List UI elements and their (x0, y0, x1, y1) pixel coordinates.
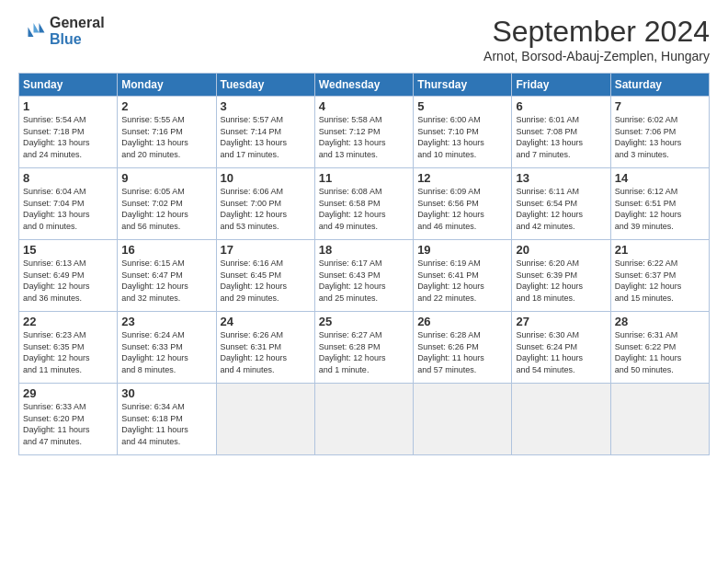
day-number: 16 (121, 243, 211, 257)
day-number: 25 (319, 315, 409, 328)
day-number: 9 (121, 171, 211, 185)
calendar-cell: 2Sunrise: 5:55 AMSunset: 7:16 PMDaylight… (118, 97, 216, 168)
day-number: 6 (516, 99, 606, 113)
cell-info: Sunrise: 6:04 AMSunset: 7:04 PMDaylight:… (23, 186, 113, 232)
day-header: Friday (512, 74, 610, 97)
day-header: Monday (118, 74, 216, 97)
calendar-cell: 24Sunrise: 6:26 AMSunset: 6:31 PMDayligh… (216, 312, 314, 384)
calendar-cell: 1Sunrise: 5:54 AMSunset: 7:18 PMDaylight… (19, 97, 118, 168)
cell-info: Sunrise: 5:54 AMSunset: 7:18 PMDaylight:… (23, 114, 113, 160)
calendar-cell: 22Sunrise: 6:23 AMSunset: 6:35 PMDayligh… (19, 312, 118, 384)
calendar-cell: 26Sunrise: 6:28 AMSunset: 6:26 PMDayligh… (414, 312, 512, 384)
cell-info: Sunrise: 6:22 AMSunset: 6:37 PMDaylight:… (615, 258, 705, 304)
calendar-cell: 9Sunrise: 6:05 AMSunset: 7:02 PMDaylight… (118, 168, 216, 240)
calendar-cell: 4Sunrise: 5:58 AMSunset: 7:12 PMDaylight… (314, 97, 413, 168)
logo-text: General Blue (50, 15, 105, 48)
day-number: 11 (319, 171, 409, 185)
cell-info: Sunrise: 6:20 AMSunset: 6:39 PMDaylight:… (516, 258, 606, 304)
day-number: 15 (23, 243, 113, 257)
calendar-cell: 29Sunrise: 6:33 AMSunset: 6:20 PMDayligh… (19, 384, 118, 455)
cell-info: Sunrise: 6:16 AMSunset: 6:45 PMDaylight:… (221, 258, 311, 304)
calendar-cell: 25Sunrise: 6:27 AMSunset: 6:28 PMDayligh… (314, 312, 413, 384)
day-number: 5 (417, 99, 507, 113)
cell-info: Sunrise: 6:33 AMSunset: 6:20 PMDaylight:… (23, 401, 113, 447)
calendar-cell (610, 384, 709, 455)
cell-info: Sunrise: 6:34 AMSunset: 6:18 PMDaylight:… (121, 401, 211, 447)
calendar-table: SundayMondayTuesdayWednesdayThursdayFrid… (18, 73, 710, 455)
calendar-cell: 23Sunrise: 6:24 AMSunset: 6:33 PMDayligh… (118, 312, 216, 384)
day-header: Tuesday (216, 74, 314, 97)
day-number: 19 (417, 243, 507, 257)
day-number: 28 (615, 315, 705, 328)
day-number: 7 (615, 99, 705, 113)
cell-info: Sunrise: 6:28 AMSunset: 6:26 PMDaylight:… (417, 329, 507, 375)
header: General Blue September 2024 Arnot, Borso… (18, 15, 710, 63)
day-number: 24 (221, 315, 311, 328)
calendar-cell (314, 384, 413, 455)
cell-info: Sunrise: 6:26 AMSunset: 6:31 PMDaylight:… (221, 329, 311, 375)
cell-info: Sunrise: 5:57 AMSunset: 7:14 PMDaylight:… (221, 114, 311, 160)
calendar-cell: 16Sunrise: 6:15 AMSunset: 6:47 PMDayligh… (118, 240, 216, 312)
cell-info: Sunrise: 6:11 AMSunset: 6:54 PMDaylight:… (516, 186, 606, 232)
day-number: 8 (23, 171, 113, 185)
calendar-cell: 17Sunrise: 6:16 AMSunset: 6:45 PMDayligh… (216, 240, 314, 312)
day-header: Thursday (414, 74, 512, 97)
svg-marker-1 (34, 23, 40, 33)
svg-marker-0 (40, 23, 45, 33)
svg-marker-2 (28, 28, 34, 38)
cell-info: Sunrise: 6:06 AMSunset: 7:00 PMDaylight:… (221, 186, 311, 232)
page: General Blue September 2024 Arnot, Borso… (0, 0, 728, 465)
logo-icon (18, 17, 46, 45)
day-number: 14 (615, 171, 705, 185)
month-title: September 2024 (483, 15, 710, 49)
calendar-cell (216, 384, 314, 455)
cell-info: Sunrise: 5:55 AMSunset: 7:16 PMDaylight:… (121, 114, 211, 160)
day-number: 21 (615, 243, 705, 257)
title-block: September 2024 Arnot, Borsod-Abauj-Zempl… (483, 15, 710, 63)
calendar-cell: 12Sunrise: 6:09 AMSunset: 6:56 PMDayligh… (414, 168, 512, 240)
calendar-cell: 13Sunrise: 6:11 AMSunset: 6:54 PMDayligh… (512, 168, 610, 240)
cell-info: Sunrise: 6:08 AMSunset: 6:58 PMDaylight:… (319, 186, 409, 232)
calendar-cell: 27Sunrise: 6:30 AMSunset: 6:24 PMDayligh… (512, 312, 610, 384)
calendar-cell: 11Sunrise: 6:08 AMSunset: 6:58 PMDayligh… (314, 168, 413, 240)
logo: General Blue (18, 15, 105, 48)
cell-info: Sunrise: 5:58 AMSunset: 7:12 PMDaylight:… (319, 114, 409, 160)
day-number: 27 (516, 315, 606, 328)
day-number: 4 (319, 99, 409, 113)
day-header: Saturday (610, 74, 709, 97)
calendar-cell: 6Sunrise: 6:01 AMSunset: 7:08 PMDaylight… (512, 97, 610, 168)
day-number: 18 (319, 243, 409, 257)
calendar-cell (414, 384, 512, 455)
subtitle: Arnot, Borsod-Abauj-Zemplen, Hungary (483, 49, 710, 63)
cell-info: Sunrise: 6:12 AMSunset: 6:51 PMDaylight:… (615, 186, 705, 232)
calendar-cell: 3Sunrise: 5:57 AMSunset: 7:14 PMDaylight… (216, 97, 314, 168)
cell-info: Sunrise: 6:13 AMSunset: 6:49 PMDaylight:… (23, 258, 113, 304)
calendar-cell: 10Sunrise: 6:06 AMSunset: 7:00 PMDayligh… (216, 168, 314, 240)
cell-info: Sunrise: 6:15 AMSunset: 6:47 PMDaylight:… (121, 258, 211, 304)
day-number: 2 (121, 99, 211, 113)
day-number: 3 (221, 99, 311, 113)
day-number: 12 (417, 171, 507, 185)
calendar-cell: 14Sunrise: 6:12 AMSunset: 6:51 PMDayligh… (610, 168, 709, 240)
day-number: 1 (23, 99, 113, 113)
cell-info: Sunrise: 6:31 AMSunset: 6:22 PMDaylight:… (615, 329, 705, 375)
cell-info: Sunrise: 6:09 AMSunset: 6:56 PMDaylight:… (417, 186, 507, 232)
calendar-cell: 15Sunrise: 6:13 AMSunset: 6:49 PMDayligh… (19, 240, 118, 312)
cell-info: Sunrise: 6:27 AMSunset: 6:28 PMDaylight:… (319, 329, 409, 375)
cell-info: Sunrise: 6:02 AMSunset: 7:06 PMDaylight:… (615, 114, 705, 160)
day-number: 23 (121, 315, 211, 328)
day-number: 30 (121, 386, 211, 400)
calendar-cell: 5Sunrise: 6:00 AMSunset: 7:10 PMDaylight… (414, 97, 512, 168)
calendar-cell (512, 384, 610, 455)
day-header: Sunday (19, 74, 118, 97)
calendar-cell: 7Sunrise: 6:02 AMSunset: 7:06 PMDaylight… (610, 97, 709, 168)
calendar-cell: 18Sunrise: 6:17 AMSunset: 6:43 PMDayligh… (314, 240, 413, 312)
cell-info: Sunrise: 6:30 AMSunset: 6:24 PMDaylight:… (516, 329, 606, 375)
cell-info: Sunrise: 6:05 AMSunset: 7:02 PMDaylight:… (121, 186, 211, 232)
cell-info: Sunrise: 6:17 AMSunset: 6:43 PMDaylight:… (319, 258, 409, 304)
calendar-cell: 8Sunrise: 6:04 AMSunset: 7:04 PMDaylight… (19, 168, 118, 240)
day-number: 26 (417, 315, 507, 328)
calendar-cell: 30Sunrise: 6:34 AMSunset: 6:18 PMDayligh… (118, 384, 216, 455)
day-number: 13 (516, 171, 606, 185)
calendar-cell: 21Sunrise: 6:22 AMSunset: 6:37 PMDayligh… (610, 240, 709, 312)
